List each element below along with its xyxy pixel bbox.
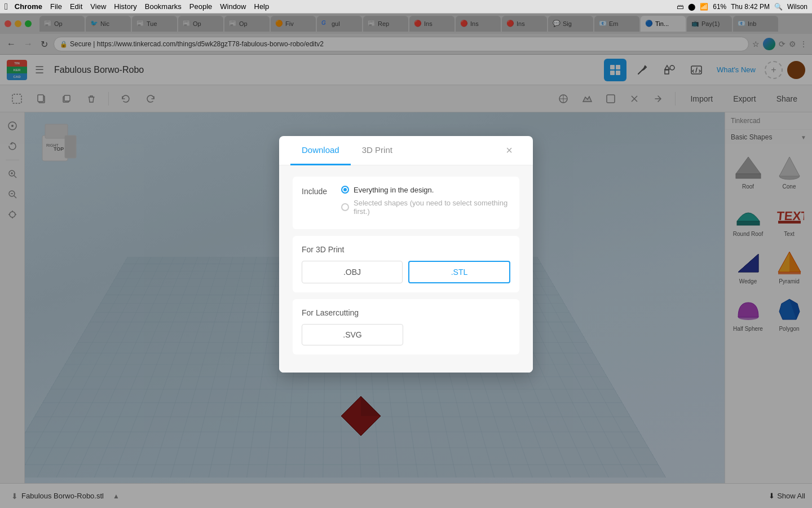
menu-bar-right: 🗃 ⬤ 📶 61% Thu 8:42 PM 🔍 Wilson	[677, 3, 807, 11]
apple-menu[interactable]: 	[5, 2, 8, 12]
radio-everything-label: Everything in the design.	[354, 186, 434, 194]
download-modal: Download 3D Print × Include Everything i…	[279, 136, 533, 373]
3d-print-title: For 3D Print	[302, 245, 510, 254]
menu-bar:  Chrome File Edit View History Bookmark…	[0, 0, 812, 14]
radio-selected[interactable]: Selected shapes (you need to select some…	[341, 199, 510, 216]
menu-help[interactable]: Help	[254, 2, 270, 11]
lasercutting-title: For Lasercutting	[302, 308, 510, 317]
stl-format-button[interactable]: .STL	[408, 261, 510, 283]
svg-format-button[interactable]: .SVG	[302, 324, 403, 345]
menu-chrome[interactable]: Chrome	[15, 2, 42, 11]
radio-selected-label: Selected shapes (you need to select some…	[354, 199, 510, 216]
time-label: Thu 8:42 PM	[731, 3, 770, 11]
include-section: Include Everything in the design. Select…	[293, 177, 519, 229]
dropbox-icon: 🗃	[677, 3, 683, 11]
modal-body: Include Everything in the design. Select…	[279, 165, 533, 373]
modal-tab-download[interactable]: Download	[290, 136, 351, 165]
menu-edit[interactable]: Edit	[70, 2, 82, 11]
radio-dot-everything	[341, 186, 349, 194]
include-row: Include Everything in the design. Select…	[302, 186, 510, 216]
include-options: Everything in the design. Selected shape…	[341, 186, 510, 216]
3d-print-section: For 3D Print .OBJ .STL	[293, 236, 519, 292]
battery-label: 61%	[713, 3, 726, 11]
radio-everything[interactable]: Everything in the design.	[341, 186, 510, 194]
lasercutting-section: For Lasercutting .SVG	[293, 299, 519, 354]
menu-file[interactable]: File	[50, 2, 62, 11]
include-label: Include	[302, 187, 336, 196]
wifi-icon: 📶	[700, 3, 708, 11]
menu-view[interactable]: View	[90, 2, 106, 11]
modal-tab-3dprint[interactable]: 3D Print	[351, 136, 404, 165]
modal-tab-bar: Download 3D Print ×	[279, 136, 533, 165]
search-icon[interactable]: 🔍	[774, 3, 783, 11]
menu-window[interactable]: Window	[220, 2, 246, 11]
modal-overlay: Download 3D Print × Include Everything i…	[0, 0, 812, 508]
menu-history[interactable]: History	[114, 2, 136, 11]
radio-dot-selected	[341, 203, 349, 211]
circle-icon: ⬤	[688, 3, 695, 11]
obj-format-button[interactable]: .OBJ	[302, 261, 403, 283]
menu-people[interactable]: People	[189, 2, 212, 11]
menu-bookmarks[interactable]: Bookmarks	[145, 2, 182, 11]
modal-close-button[interactable]: ×	[497, 136, 522, 165]
3d-print-format-buttons: .OBJ .STL	[302, 261, 510, 283]
lasercutting-format-buttons: .SVG	[302, 324, 510, 345]
user-label: Wilson	[787, 3, 807, 11]
